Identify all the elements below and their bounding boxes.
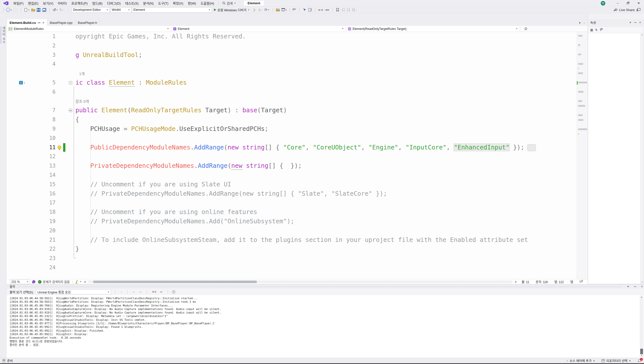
toggle-bookmark-button[interactable]	[335, 7, 340, 13]
code-text[interactable]: }	[74, 244, 577, 254]
output-scrollbar[interactable]: ▲ ▼	[640, 295, 643, 357]
save-all-button[interactable]	[42, 7, 47, 13]
run-reference-icon[interactable]	[19, 81, 23, 84]
properties-panel-header[interactable]: 속성 ▼ ⊶ ✕	[588, 19, 644, 25]
navigate-back-button[interactable]: ←▼	[6, 7, 13, 13]
horizontal-scrollbar-thumb[interactable]	[93, 281, 257, 283]
code-text[interactable]: public Element(ReadOnlyTargetRules Targe…	[74, 106, 577, 115]
tab-element-build-cs[interactable]: Element.Build.cs⊶✕	[7, 19, 47, 26]
output-scrollbar-thumb[interactable]	[640, 349, 643, 354]
code-text[interactable]: // Uncomment if you are using online fea…	[74, 207, 577, 217]
window-options-icon[interactable]: ▫	[584, 21, 585, 24]
scroll-down-icon[interactable]: ▼	[641, 281, 643, 283]
menu-item[interactable]: 편집(E)	[26, 0, 41, 6]
navigate-forward-button[interactable]: →	[13, 7, 18, 13]
collapse-region-icon[interactable]	[69, 109, 72, 112]
project-scope-dropdown[interactable]: C# ElementModuleRules ▼	[7, 26, 171, 32]
search-control[interactable]: 검색 ▼	[221, 1, 238, 6]
scroll-down-icon[interactable]: ▼	[641, 354, 643, 357]
notifications-bell-icon[interactable]: 1	[637, 359, 641, 363]
code-cleanup-caret[interactable]: ▼	[80, 281, 82, 283]
zoom-level-dropdown[interactable]: 231 %▼	[10, 280, 30, 284]
menu-item[interactable]: 창(W)	[186, 0, 198, 6]
new-file-button[interactable]: ▼	[23, 7, 30, 13]
clear-all-icon[interactable]: ✕≡	[151, 290, 157, 294]
alphabetical-sort-icon[interactable]: ⇅	[595, 28, 597, 32]
find-in-files-button[interactable]	[275, 7, 280, 13]
select-repository-button[interactable]: 리포지터리 선택 ▲	[602, 358, 631, 363]
intellisense-cursor-button[interactable]	[302, 7, 307, 13]
member-dropdown[interactable]: Element(ReadOnlyTargetRules Target) ▼	[346, 26, 520, 32]
format-selection-button[interactable]	[308, 7, 313, 13]
tab-baseplayer-h[interactable]: BasePlayer.h	[75, 19, 100, 26]
sidebar-tab-data-sources[interactable]: 데이터 소스	[1, 26, 6, 44]
close-button[interactable]: ✕	[633, 0, 644, 6]
type-dropdown[interactable]: Element ▼	[171, 26, 346, 32]
code-text[interactable]: PCHUsage = PCHUsageMode.UseExplicitOrSha…	[74, 124, 577, 134]
code-text[interactable]: // To include OnlineSubsystemSteam, add …	[74, 235, 577, 245]
save-button[interactable]	[36, 7, 41, 13]
start-without-debugging-icon[interactable]	[252, 8, 255, 12]
categorized-view-icon[interactable]: ▦	[590, 28, 593, 32]
solution-platform-dropdown[interactable]: Win64▼	[110, 7, 132, 13]
code-text[interactable]: g UnrealBuildTool;	[74, 50, 577, 60]
word-wrap-icon[interactable]: ↵	[159, 290, 164, 294]
menu-item[interactable]: 보기(V)	[41, 0, 56, 6]
next-bookmark-button[interactable]	[346, 7, 351, 13]
tab-baseplayer-cpp[interactable]: BasePlayer.cpp	[47, 19, 75, 26]
code-cleanup-icon[interactable]	[75, 280, 78, 284]
close-panel-icon[interactable]: ✕	[638, 21, 642, 24]
next-message-icon[interactable]: ⇒	[138, 290, 143, 294]
start-debugging-button[interactable]: 로컬 Windows 디버거 ▼	[212, 8, 251, 12]
menu-item[interactable]: 확장(X)	[171, 0, 186, 6]
menu-item[interactable]: 테스트(S)	[123, 0, 141, 6]
increase-indent-button[interactable]: ⇥≡	[324, 7, 330, 13]
code-text[interactable]: ic class Element : ModuleRules	[74, 78, 577, 87]
undo-button[interactable]: ↺▼	[52, 7, 58, 13]
output-source-dropdown[interactable]: Unreal Engine 통합 로깅 ▼	[36, 289, 111, 294]
split-window-button[interactable]	[520, 26, 532, 32]
solution-configuration-dropdown[interactable]: Development Editor▼	[72, 7, 110, 13]
active-files-dropdown-icon[interactable]: ▼	[578, 21, 581, 24]
scroll-up-icon[interactable]: ▲	[641, 295, 643, 299]
eol-indicator[interactable]: LF	[580, 280, 583, 284]
restore-button[interactable]: 🗗	[623, 0, 633, 6]
menu-item[interactable]: Git(G)	[56, 0, 69, 6]
lightbulb-icon[interactable]	[58, 145, 61, 149]
decrease-indent-button[interactable]: ⇤≡	[318, 7, 323, 13]
menu-item[interactable]: 파일(F)	[11, 0, 26, 6]
code-text[interactable]: // PrivateDependencyModuleNames.Add("Onl…	[74, 217, 577, 226]
refresh-button[interactable]: ⟳▼	[264, 7, 270, 13]
code-text[interactable]: // Uncomment if you are using Slate UI	[74, 180, 577, 189]
output-panel-header[interactable]: 출력 ▼ ⊶ ✕	[7, 284, 644, 289]
property-pages-icon[interactable]	[599, 28, 603, 31]
output-drag-grip[interactable]	[18, 286, 621, 287]
collapse-region-icon[interactable]	[69, 81, 72, 84]
find-message-icon[interactable]: ⌕	[119, 290, 123, 294]
output-close-icon[interactable]: ✕	[640, 285, 644, 288]
code-text[interactable]: 참조 0개	[74, 96, 577, 106]
window-position-icon[interactable]: ▼	[628, 21, 633, 24]
minimize-button[interactable]: –	[612, 0, 623, 6]
output-pin-icon[interactable]: ⊶	[633, 285, 637, 288]
minimap-scrollbar[interactable]	[577, 32, 588, 279]
menu-item[interactable]: 디버그(D)	[105, 0, 123, 6]
code-text[interactable]: // PrivateDependencyModuleNames.AddRange…	[74, 189, 577, 198]
add-to-source-control-button[interactable]: ↑ 소스 제어에 추가 ▲	[566, 358, 595, 363]
toolbar-grip[interactable]	[3, 8, 4, 12]
menu-item[interactable]: 도움말(H)	[198, 0, 217, 6]
close-tab-icon[interactable]: ✕	[42, 21, 45, 24]
tab-indicator[interactable]: 탭	[570, 280, 573, 284]
open-folder-button[interactable]	[31, 7, 36, 13]
pin-icon[interactable]: ⊶	[633, 21, 638, 24]
hot-reload-button[interactable]: ▼	[257, 7, 264, 13]
redo-button[interactable]: ↻▼	[59, 7, 65, 13]
menu-item[interactable]: 빌드(B)	[90, 0, 105, 6]
properties-scrollbar[interactable]: ▲ ▼	[640, 33, 644, 284]
menu-item[interactable]: 프로젝트(P)	[69, 0, 90, 6]
scroll-up-icon[interactable]: ▲	[641, 34, 643, 36]
code-text[interactable]: PrivateDependencyModuleNames.AddRange(ne…	[74, 161, 577, 171]
code-text[interactable]: PublicDependencyModuleNames.AddRange(new…	[74, 143, 577, 152]
toolbar-grip[interactable]	[289, 8, 290, 12]
output-window-position-icon[interactable]: ▼	[626, 285, 630, 288]
